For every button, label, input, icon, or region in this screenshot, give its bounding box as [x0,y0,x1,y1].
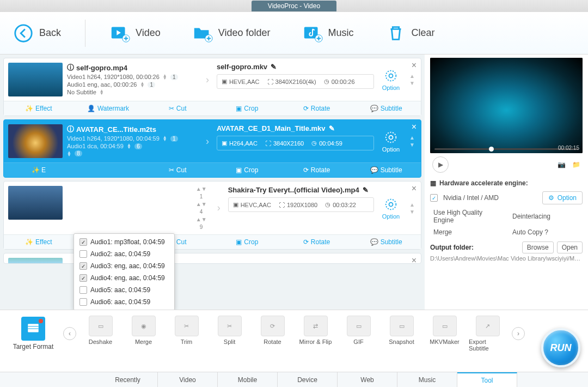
rotate-button[interactable]: ⟳ Rotate [282,163,352,177]
toolbox-next[interactable]: › [512,327,525,340]
tab-device[interactable]: Device [278,372,338,387]
checkbox-icon[interactable]: ✓ [79,274,87,282]
deinterlace-checkbox-row[interactable]: Deinterlacing [509,209,583,224]
spinner-icon[interactable]: ▲▼ [67,151,71,156]
effect-button[interactable]: ✨ Effect [4,101,74,116]
cut-button[interactable]: ✂ Cut [143,101,212,116]
tab-tool[interactable]: Tool [457,372,517,387]
play-button[interactable]: ▶ [432,156,449,173]
cut-button[interactable]: ✂ Cut [143,163,212,177]
thumbnail[interactable] [8,186,63,220]
spinner-icon[interactable]: ▲▼ [127,143,131,149]
target-format-label: Target Format [13,343,54,350]
open-button[interactable]: Open [557,241,583,253]
close-icon[interactable]: × [412,184,416,194]
thumbnail[interactable] [8,258,63,264]
effect-button[interactable]: ✨ Effect [4,235,74,249]
effect-button[interactable]: ✨ E [4,163,74,177]
edit-icon[interactable]: ✎ [363,186,369,194]
toolbox-mkvmaker[interactable]: ▭MKVMaker [426,316,463,352]
video-card[interactable]: × [3,253,421,264]
codec-option-button[interactable]: Option [378,63,403,96]
video-card[interactable]: × xxxx ▲▼1 ▲▼4 ▲▼9 › Shakira-Try Everyt.… [3,181,421,250]
tab-web[interactable]: Web [338,372,397,387]
toolbox-snapshot[interactable]: ▭Snapshot [383,316,420,352]
subtitle-button[interactable]: 💬 Subtitle [351,163,421,177]
codec-option-button[interactable]: Option [378,124,403,158]
audio-track-dropdown[interactable]: ✓Audio1: mp3float, 0:04:59 Audio2: aac, … [74,233,175,310]
spinner-icon[interactable]: ▲▼ [100,89,104,95]
tab-video[interactable]: Video [158,372,218,387]
run-button[interactable]: RUN [541,328,580,367]
autocopy-checkbox-row[interactable]: Auto Copy ? [509,228,583,236]
crop-button[interactable]: ▣ Crop [212,101,282,116]
toolbox-rotate[interactable]: ⟳Rotate [254,316,291,352]
spinner-icon[interactable]: ▲▼ [163,74,167,80]
close-icon[interactable]: × [412,61,416,70]
tab-music[interactable]: Music [397,372,457,387]
output-filename: Shakira-Try Everyt..(official Video).mp4 [228,186,359,194]
seek-bar[interactable] [434,148,578,150]
codec-label: ▣ HEVC,AAC [233,201,271,208]
toolbox-merge[interactable]: ◉Merge [125,316,162,352]
nvidia-checkbox[interactable] [430,194,438,202]
rotate-button[interactable]: ⟳ Rotate [282,235,352,249]
spinner-icon[interactable]: ▲▼ [196,186,207,192]
spinner-icon[interactable]: ▲▼ [140,82,144,87]
snapshot-icon[interactable]: 📷 [558,161,566,168]
watermark-button[interactable] [74,163,143,177]
toolbox-trim[interactable]: ✂Trim [168,316,205,352]
audio-option[interactable]: Audio2: aac, 0:04:59 [74,248,174,260]
audio-option[interactable]: Audio5: aac, 0:04:59 [74,284,174,296]
info-icon: ⓘ [67,63,74,72]
audio-option[interactable]: ✓Audio1: mp3float, 0:04:59 [74,236,174,248]
close-icon[interactable]: × [412,256,416,264]
toolbox-prev[interactable]: ‹ [63,327,76,340]
toolbox-mirror[interactable]: ⇄Mirror & Flip [297,316,334,352]
hw-option-button[interactable]: ⚙Option [542,191,583,204]
spinner-icon[interactable]: ▲▼ [163,136,167,141]
audio-option[interactable]: Audio6: aac, 0:04:59 [74,296,174,308]
clear-button[interactable]: Clear [378,19,443,48]
thumbnail[interactable] [8,124,63,158]
spinner-icon[interactable]: ▲▼ [196,216,207,222]
checkbox-icon[interactable]: ✓ [79,238,87,246]
audio-option[interactable]: ✓Audio3: eng, aac, 0:04:59 [74,260,174,272]
checkbox-icon[interactable] [79,298,87,306]
audio-option[interactable]: ✓Audio4: eng, aac, 0:04:59 [74,272,174,284]
add-video-button[interactable]: Video [102,19,168,48]
checkbox-icon[interactable] [79,286,87,294]
add-music-button[interactable]: Music [295,19,362,48]
subtitle-button[interactable]: 💬 Subtitle [351,101,421,116]
edit-icon[interactable]: ✎ [329,124,335,132]
thumbnail[interactable] [8,63,63,96]
back-button[interactable]: Back [5,19,69,48]
subtitle-button[interactable]: 💬 Subtitle [351,235,421,249]
video-card[interactable]: × ⓘAVATAR_CE...Title.m2ts Video1 h264, 1… [3,119,421,178]
merge-checkbox-row[interactable]: Merge [430,228,504,236]
target-format-button[interactable]: Target Format [9,317,58,350]
toolbox-split[interactable]: ✂Split [211,316,248,352]
video-card[interactable]: × ⓘself-gopro.mp4 Video1 h264, 1920*1080… [3,58,421,116]
rotate-button[interactable]: ⟳ Rotate [282,101,352,116]
checkbox-icon[interactable]: ✓ [79,262,87,270]
open-folder-icon[interactable]: 📁 [572,161,580,168]
output-filename: self-gopro.mkv [217,63,267,71]
browse-button[interactable]: Browse [522,241,554,253]
toolbox-export-subtitle[interactable]: ↗Export Subtitle [469,316,506,352]
toolbox-gif[interactable]: ▭GIF [340,316,377,352]
hq-checkbox-row[interactable]: Use High Quality Engine [430,209,504,224]
spinner-icon[interactable]: ▲▼ [196,201,207,207]
close-icon[interactable]: × [412,122,416,132]
tab-mobile[interactable]: Mobile [218,372,278,387]
watermark-button[interactable]: 👤 Watermark [74,101,143,116]
checkbox-icon[interactable] [79,250,87,258]
crop-button[interactable]: ▣ Crop [212,163,282,177]
codec-option-button[interactable]: Option [378,186,403,230]
edit-icon[interactable]: ✎ [271,63,277,71]
tab-recently[interactable]: Recently [98,372,158,387]
add-folder-button[interactable]: Video folder [185,19,278,48]
preview-player[interactable]: 00:02:15 [430,58,583,153]
crop-button[interactable]: ▣ Crop [212,235,282,249]
toolbox-deshake[interactable]: ▭Deshake [82,316,119,352]
